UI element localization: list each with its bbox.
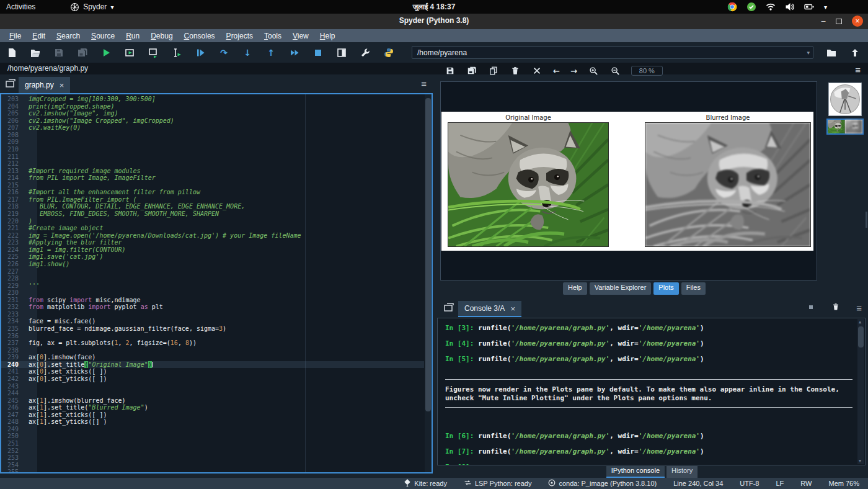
thumbnail-scrollbar[interactable]: [866, 212, 867, 228]
run-cell-icon[interactable]: [124, 47, 135, 58]
code-line[interactable]: 215: [1, 182, 424, 189]
code-line[interactable]: 252: [1, 447, 424, 455]
shield-check-icon[interactable]: [746, 2, 756, 12]
code-line[interactable]: 225img1.save('cat.jpg'): [1, 253, 424, 261]
console-browse-tabs-icon[interactable]: [443, 302, 454, 315]
save-icon-disabled[interactable]: [53, 47, 64, 58]
console-tab[interactable]: Console 3/A ×: [458, 301, 521, 317]
code-line[interactable]: 221#Create image object: [1, 225, 424, 232]
code-line[interactable]: 210: [1, 146, 424, 153]
menu-help[interactable]: Help: [314, 30, 341, 42]
code-line[interactable]: 236: [1, 333, 424, 340]
new-file-icon[interactable]: [6, 47, 17, 58]
code-line[interactable]: 235blurred_face = ndimage.gaussian_filte…: [1, 325, 424, 333]
browse-tabs-icon[interactable]: [5, 78, 16, 91]
code-line[interactable]: 250: [1, 433, 424, 440]
stop-icon[interactable]: [312, 47, 324, 58]
code-line[interactable]: 254: [1, 462, 424, 469]
code-line-current[interactable]: 240ax[0].set_title("Original Image"): [1, 361, 424, 369]
plot-next-icon[interactable]: →: [570, 66, 577, 76]
code-line[interactable]: 208: [1, 132, 424, 139]
plot-remove-all-icon[interactable]: [531, 65, 542, 76]
restore-button[interactable]: [836, 19, 842, 24]
code-line[interactable]: 242ax[0].set_yticks([ ]): [1, 375, 424, 383]
menu-source[interactable]: Source: [86, 30, 120, 42]
code-line[interactable]: 205cv2.imshow("Image", img): [1, 110, 424, 117]
volume-icon[interactable]: [785, 2, 795, 11]
app-menu-button[interactable]: Spyder ▾: [70, 2, 113, 12]
code-line[interactable]: 249: [1, 426, 424, 433]
ipython-console[interactable]: In [3]:runfile('/home/pyarena/graph.py',…: [437, 318, 866, 465]
console-tab-close-icon[interactable]: ×: [510, 304, 515, 313]
code-line[interactable]: 231from scipy import misc,ndimage: [1, 297, 424, 304]
preferences-wrench-icon[interactable]: [360, 47, 371, 58]
plot-remove-icon[interactable]: [510, 65, 521, 76]
menu-edit[interactable]: Edit: [27, 30, 51, 42]
browse-directory-icon[interactable]: [826, 47, 837, 58]
maximize-pane-icon[interactable]: [336, 47, 347, 58]
console-input-line[interactable]: In [6]:runfile('/home/pyarena/graph.py',…: [445, 432, 852, 440]
menu-file[interactable]: File: [4, 30, 27, 42]
run-cell-advance-icon[interactable]: [148, 47, 159, 58]
code-line[interactable]: 220): [1, 218, 424, 225]
code-line[interactable]: 237fig, ax = plt.subplots(1, 2, figsize=…: [1, 339, 424, 347]
code-line[interactable]: 207cv2.waitKey(0): [1, 124, 424, 132]
code-line[interactable]: 243: [1, 383, 424, 390]
interrupt-kernel-icon[interactable]: [807, 303, 815, 314]
plot-copy-icon[interactable]: [488, 65, 499, 76]
code-line[interactable]: 223#Applying the blur filter: [1, 239, 424, 246]
plot-zoom-in-icon[interactable]: [588, 65, 599, 76]
code-line[interactable]: 212: [1, 160, 424, 168]
code-line[interactable]: 233: [1, 311, 424, 318]
debug-continue-icon[interactable]: [289, 47, 300, 58]
console-scrollbar-handle[interactable]: [858, 326, 864, 348]
code-line[interactable]: 216#Import all the enhancement filter fr…: [1, 189, 424, 196]
code-line[interactable]: 232from matplotlib import pyplot as plt: [1, 303, 424, 311]
debug-file-icon[interactable]: [195, 47, 206, 58]
code-line[interactable]: 241ax[0].set_xticks([ ]): [1, 368, 424, 375]
debug-step-icon[interactable]: ↷: [218, 47, 229, 58]
menu-run[interactable]: Run: [120, 30, 145, 42]
parent-directory-icon[interactable]: [849, 47, 861, 58]
menu-tools[interactable]: Tools: [259, 30, 287, 42]
code-line[interactable]: 253: [1, 454, 424, 462]
step-out-icon[interactable]: ↑: [265, 47, 277, 58]
run-selection-icon[interactable]: [171, 47, 182, 58]
console-scrollbar[interactable]: ▲ ▼: [857, 319, 864, 464]
code-line[interactable]: 228: [1, 275, 424, 282]
save-all-icon-disabled[interactable]: [77, 47, 88, 58]
tab-plots[interactable]: Plots: [653, 282, 678, 295]
code-line[interactable]: 204print(imgCropped.shape): [1, 103, 424, 110]
code-line[interactable]: 247ax[1].set_xticks([ ]): [1, 411, 424, 419]
code-line[interactable]: 213#Import required image modules: [1, 168, 424, 175]
code-line[interactable]: 234face = misc.face(): [1, 318, 424, 325]
code-line[interactable]: 222img = Image.open('/home/pyarena/Downl…: [1, 232, 424, 240]
step-into-icon[interactable]: ↓: [242, 47, 253, 58]
menu-projects[interactable]: Projects: [221, 30, 259, 42]
code-line[interactable]: 229''': [1, 282, 424, 290]
working-directory-field[interactable]: /home/pyarena ▾: [412, 46, 813, 59]
code-line[interactable]: 224img1 = img.filter(CONTOUR): [1, 246, 424, 254]
plot-thumbnail-raccoon-figure[interactable]: [826, 119, 864, 135]
tab-help[interactable]: Help: [563, 282, 587, 295]
console-input-line[interactable]: In [8]:: [445, 463, 852, 465]
code-line[interactable]: 209: [1, 138, 424, 146]
tab-ipython-console[interactable]: IPython console: [606, 466, 665, 478]
console-input-line[interactable]: In [5]:runfile('/home/pyarena/graph.py',…: [445, 355, 852, 363]
working-directory-dropdown-icon[interactable]: ▾: [807, 50, 810, 56]
plot-thumbnail-ascent[interactable]: [828, 83, 862, 116]
code-line[interactable]: 206cv2.imshow("Image Cropped", imgCroppe…: [1, 117, 424, 125]
editor-scrollbar[interactable]: [425, 94, 432, 472]
run-file-icon[interactable]: [100, 47, 112, 58]
editor-tab-graph-py[interactable]: graph.py ×: [19, 77, 70, 93]
code-editor[interactable]: 203imgCropped = img[100:300, 300:500]204…: [0, 93, 433, 473]
code-line[interactable]: 214from PIL import Image, ImageFilter: [1, 174, 424, 182]
close-button[interactable]: ×: [852, 16, 863, 27]
console-options-icon[interactable]: ≡: [856, 303, 862, 313]
editor-options-icon[interactable]: ≡: [421, 78, 427, 89]
code-line[interactable]: 219 EMBOSS, FIND_EDGES, SMOOTH, SMOOTH_M…: [1, 210, 424, 218]
code-line[interactable]: 203imgCropped = img[100:300, 300:500]: [1, 96, 424, 103]
code-line[interactable]: 227: [1, 268, 424, 276]
menu-search[interactable]: Search: [51, 30, 86, 42]
code-line[interactable]: 245ax[1].imshow(blurred_face): [1, 397, 424, 405]
